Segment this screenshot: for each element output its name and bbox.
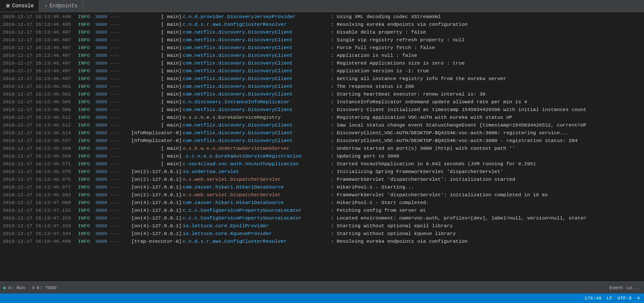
- log-logger: com.netflix.discovery.DiscoveryClient: [183, 44, 329, 52]
- log-sep: ---: [110, 145, 122, 152]
- log-logger: o.s.b.w.e.u.UndertowServletWebServer: [183, 145, 329, 152]
- log-message: : DiscoveryClient_VOC-AUTH/DESKTOP-BQ42S…: [331, 137, 641, 145]
- log-line: 2018-12-17 16:13:47.132 INFO 3080 --- [o…: [0, 207, 644, 214]
- log-level: INFO: [78, 44, 95, 52]
- tab-console-label: Console: [12, 3, 34, 9]
- log-thread: [ main]: [122, 121, 183, 129]
- log-port: 3080: [95, 230, 110, 238]
- log-thread: [on(4)-127.0.0.1]: [122, 214, 183, 222]
- log-line: 2018-12-17 16:13:46.512 INFO 3080 --- [ …: [0, 114, 644, 121]
- log-line: 2018-12-17 16:13:46.501 INFO 3080 --- [ …: [0, 83, 644, 90]
- log-thread: [on(4)-127.0.0.1]: [122, 230, 183, 238]
- log-sep: ---: [110, 214, 122, 222]
- log-level: INFO: [78, 214, 95, 222]
- todo-button[interactable]: ≡ 6: TODO: [32, 285, 56, 291]
- log-sep: ---: [110, 191, 122, 199]
- log-timestamp: 2018-12-17 16:13:46.497: [3, 52, 78, 59]
- log-port: 3080: [95, 21, 110, 28]
- log-logger: io.lettuce.core.KqueueProvider: [183, 230, 329, 238]
- log-port: 3080: [95, 238, 110, 245]
- log-level: INFO: [78, 21, 95, 28]
- log-timestamp: 2018-12-17 16:13:46.448: [3, 13, 78, 21]
- log-port: 3080: [95, 152, 110, 160]
- log-thread: [nfoReplicator-0]: [122, 129, 183, 137]
- log-timestamp: 2018-12-17 16:13:46.495: [3, 21, 78, 28]
- log-timestamp: 2018-12-17 16:13:46.497: [3, 59, 78, 67]
- log-sep: ---: [110, 160, 122, 168]
- log-thread: [nfoReplicator-0]: [122, 137, 183, 145]
- log-level: INFO: [78, 90, 95, 98]
- log-line: 2018-12-17 16:13:46.514 INFO 3080 --- [n…: [0, 129, 644, 137]
- log-line: 2018-12-17 16:13:46.448 INFO 3080 --- [ …: [0, 13, 644, 21]
- log-logger: c.c.c.ConfigServicePropertySourceLocator: [183, 207, 329, 214]
- log-logger: com.netflix.discovery.DiscoveryClient: [183, 83, 329, 90]
- log-thread: [on(4)-127.0.0.1]: [122, 199, 183, 207]
- log-message: : Resolving eureka endpoints via configu…: [331, 238, 641, 245]
- log-timestamp: 2018-12-17 16:13:46.501: [3, 83, 78, 90]
- log-sep: ---: [110, 168, 122, 176]
- log-message: : Application version is -1: true: [331, 67, 641, 75]
- log-message: : Undertow started on port(s) 3000 (http…: [331, 145, 641, 152]
- log-logger: io.undertow.servlet: [183, 168, 329, 176]
- log-thread: [ main]: [122, 145, 183, 152]
- log-thread: [on(2)-127.0.0.1]: [122, 176, 183, 183]
- log-message: : Updating port to 3000: [331, 152, 641, 160]
- endpoints-icon: ⚡: [44, 3, 47, 9]
- log-level: INFO: [78, 191, 95, 199]
- log-port: 3080: [95, 183, 110, 191]
- log-timestamp: 2018-12-17 16:13:46.505: [3, 98, 78, 106]
- log-logger: com.netflix.discovery.DiscoveryClient: [183, 59, 329, 67]
- log-message: : Registered Applications size is zero :…: [331, 59, 641, 67]
- log-line: 2018-12-17 16:13:46.569 INFO 3080 --- [ …: [0, 152, 644, 160]
- log-level: INFO: [78, 176, 95, 183]
- log-logger: c.n.discovery.InstanceInfoReplicator: [183, 98, 329, 106]
- log-sep: ---: [110, 183, 122, 191]
- log-sep: ---: [110, 222, 122, 230]
- run-button[interactable]: ▶ 4: Run: [3, 285, 25, 291]
- log-thread: [on(4)-127.0.0.1]: [122, 207, 183, 214]
- log-level: INFO: [78, 160, 95, 168]
- log-message: : HikariPool-1 - Starting...: [331, 183, 641, 191]
- log-line: 2018-12-17 16:13:46.977 INFO 3080 --- [o…: [0, 183, 644, 191]
- event-log-button[interactable]: Event Lo...: [609, 285, 641, 291]
- log-message: : DiscoveryClient_VOC-AUTH/DESKTOP-BQ42S…: [331, 129, 641, 137]
- log-level: INFO: [78, 145, 95, 152]
- log-level: INFO: [78, 28, 95, 36]
- log-logger: com.netflix.discovery.DiscoveryClient: [183, 28, 329, 36]
- log-message: : Starting without optional kqueue libra…: [331, 230, 641, 238]
- tab-endpoints[interactable]: ⚡ Endpoints: [39, 0, 83, 12]
- log-thread: [ main]: [122, 98, 183, 106]
- log-logger: .s.c.n.e.s.EurekaAutoServiceRegistration: [183, 152, 329, 160]
- log-thread: [on(2)-127.0.0.1]: [122, 168, 183, 176]
- log-level: INFO: [78, 230, 95, 238]
- log-port: 3080: [95, 145, 110, 152]
- log-sep: ---: [110, 114, 122, 121]
- log-level: INFO: [78, 67, 95, 75]
- log-thread: [ main]: [122, 52, 183, 59]
- log-logger: o.s.c.n.e.s.EurekaServiceRegistry: [183, 114, 329, 121]
- log-timestamp: 2018-12-17 16:13:46.502: [3, 90, 78, 98]
- play-icon: ▶: [3, 285, 6, 291]
- log-line: 2018-12-17 16:13:46.568 INFO 3080 --- [ …: [0, 145, 644, 152]
- log-message: : Disable delta property : false: [331, 28, 641, 36]
- bottom-bar: ▶ 4: Run ≡ 6: TODO Event Lo...: [0, 281, 644, 294]
- log-level: INFO: [78, 183, 95, 191]
- log-level: INFO: [78, 121, 95, 129]
- log-timestamp: 2018-12-17 16:13:46.497: [3, 28, 78, 36]
- log-logger: com.netflix.discovery.DiscoveryClient: [183, 67, 329, 75]
- log-sep: ---: [110, 207, 122, 214]
- indent: 4: [637, 296, 640, 301]
- log-line: 2018-12-17 16:13:46.512 INFO 3080 --- [ …: [0, 121, 644, 129]
- log-line: 2018-12-17 16:13:46.537 INFO 3080 --- [n…: [0, 137, 644, 145]
- log-level: INFO: [78, 36, 95, 44]
- log-level: INFO: [78, 13, 95, 21]
- log-thread: [ main]: [122, 152, 183, 160]
- tab-console[interactable]: 🖥 Console: [0, 0, 39, 12]
- log-level: INFO: [78, 52, 95, 59]
- log-port: 3080: [95, 75, 110, 83]
- log-port: 3080: [95, 106, 110, 114]
- log-timestamp: 2018-12-17 16:13:47.253: [3, 214, 78, 222]
- log-sep: ---: [110, 52, 122, 59]
- log-timestamp: 2018-12-17 16:13:46.497: [3, 67, 78, 75]
- log-logger: com.netflix.discovery.DiscoveryClient: [183, 137, 329, 145]
